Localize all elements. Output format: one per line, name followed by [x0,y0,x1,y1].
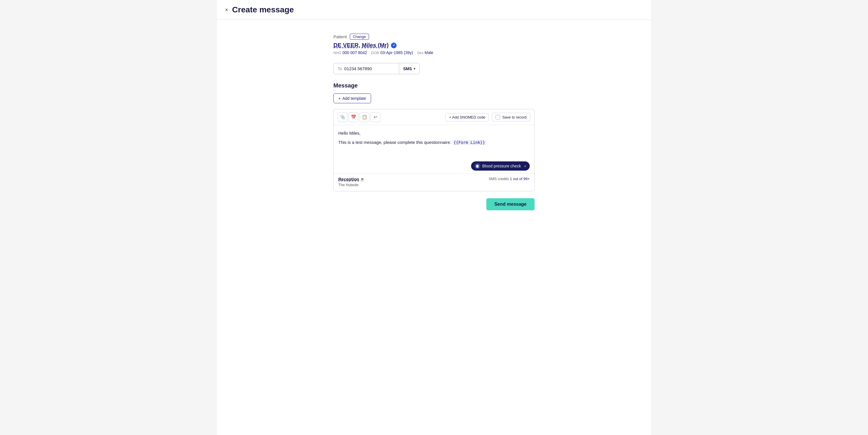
dob-value: 03-Apr-1985 (39y) [380,50,413,55]
patient-label: Patient [333,34,347,39]
badge-clipboard-icon: 📋 [474,163,480,169]
nhs-number-item: NHS 000 007 8042 [333,50,367,55]
clipboard-icon: 📋 [362,115,367,120]
to-field: To [334,63,399,74]
message-line-2: This is a test message, please complete … [338,139,530,146]
dob-item: DOB 03-Apr-1985 (39y) [371,50,413,55]
to-sms-row: To SMS ▾ [333,63,420,74]
patient-meta: NHS 000 007 8042 DOB 03-Apr-1985 (39y) S… [333,50,535,55]
sender-name: Reception ✏ [338,177,364,181]
save-to-record-button[interactable]: Save to record [492,113,530,121]
message-line-2-pre: This is a test message, please complete … [338,140,451,145]
add-template-plus: + [338,96,341,101]
sms-label: SMS [403,66,412,71]
form-container: Patient Change DE VEER, Miles (Mr) ✓ NHS… [333,34,535,210]
patient-section: Patient Change DE VEER, Miles (Mr) ✓ NHS… [333,34,535,55]
sms-dropdown[interactable]: SMS ▾ [399,63,419,74]
sex-item: Sex Male [417,50,433,55]
blood-pressure-label: Blood pressure check [482,164,521,168]
sender-info: Reception ✏ The Hubsite [338,177,364,187]
calendar-icon: 📅 [351,115,356,120]
toolbar-right: + Add SNOMED code Save to record [445,113,530,121]
calendar-button[interactable]: 📅 [349,112,359,122]
undo-icon: ↩ [374,115,377,120]
add-template-label: Add template [342,96,366,101]
sender-name-text: Reception [338,177,359,181]
patient-name-text: DE VEER, Miles (Mr) [333,42,389,49]
editor-badges-row: 📋 Blood pressure check × [334,160,534,173]
editor-toolbar: 📎 📅 📋 ↩ + Add S [334,109,534,125]
sms-credits-value: 1 out of 99+ [510,177,530,181]
message-section-label: Message [333,82,535,89]
header: × Create message [217,0,651,20]
sex-label: Sex [417,51,423,55]
send-message-button[interactable]: Send message [486,198,535,210]
change-patient-button[interactable]: Change [350,34,369,40]
nhs-label: NHS [333,51,341,55]
edit-icon[interactable]: ✏ [361,177,364,181]
sex-value: Male [425,50,433,55]
checkbox-icon [496,115,500,119]
main-content: Patient Change DE VEER, Miles (Mr) ✓ NHS… [217,20,651,224]
badge-close-icon[interactable]: × [524,164,526,168]
toolbar-left: 📎 📅 📋 ↩ [338,112,380,122]
chevron-down-icon: ▾ [413,67,415,71]
patient-name: DE VEER, Miles (Mr) ✓ [333,42,535,49]
message-editor: 📎 📅 📋 ↩ + Add S [333,109,535,191]
to-label: To [338,66,342,71]
sms-credits: SMS credits 1 out of 99+ [489,177,530,181]
undo-button[interactable]: ↩ [370,112,380,122]
editor-footer: Reception ✏ The Hubsite SMS credits 1 ou… [334,173,534,191]
sms-credits-label: SMS credits [489,177,509,181]
send-button-row: Send message [333,198,535,210]
add-template-button[interactable]: + Add template [333,93,371,103]
phone-number-input[interactable] [344,66,395,71]
close-icon[interactable]: × [225,7,228,13]
nhs-number: 000 007 8042 [342,50,367,55]
editor-body[interactable]: Hello Miles, This is a test message, ple… [334,125,534,160]
page-title: Create message [232,5,294,14]
save-record-label: Save to record [502,115,527,119]
add-snomed-button[interactable]: + Add SNOMED code [445,113,489,121]
message-line-1: Hello Miles, [338,130,530,137]
add-snomed-label: + Add SNOMED code [449,115,485,119]
patient-label-row: Patient Change [333,34,535,40]
attachment-button[interactable]: 📎 [338,112,347,122]
verified-icon: ✓ [391,42,397,48]
clipboard-button[interactable]: 📋 [360,112,369,122]
form-link-tag: {{Form Link}} [453,140,486,145]
sender-hub: The Hubsite [338,183,364,187]
dob-label: DOB [371,51,379,55]
blood-pressure-badge[interactable]: 📋 Blood pressure check × [471,162,530,171]
attachment-icon: 📎 [340,115,345,120]
